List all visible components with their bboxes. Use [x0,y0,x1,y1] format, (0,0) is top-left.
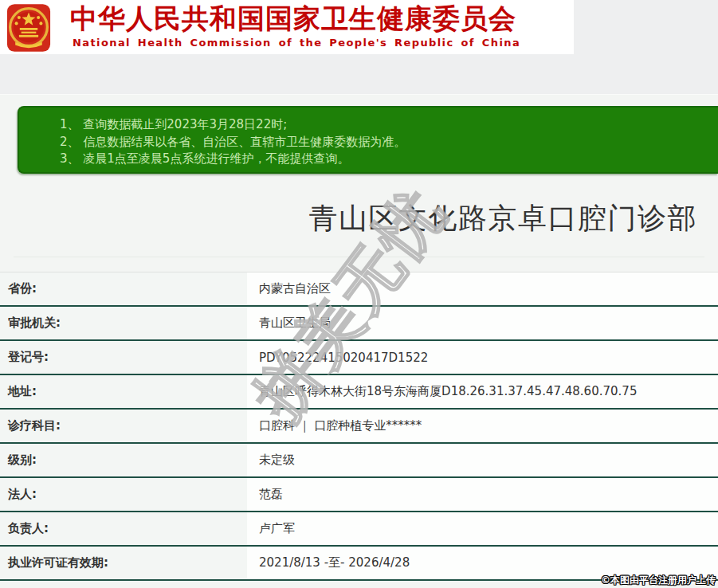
table-row: 审批机关:青山区卫生局 [0,307,718,341]
row-value: 青山区卫生局 [247,307,718,339]
table-row: 诊疗科目:口腔科 ｜ 口腔种植专业****** [0,410,718,444]
row-label: 执业许可证有效期: [0,547,247,579]
notice-line: 2、 信息数据结果以各省、自治区、直辖市卫生健康委数据为准。 [60,134,718,151]
attribution-note: ©本图由平台注册用户上传 [601,574,716,587]
row-value: 青山区呼得木林大街18号东海商厦D18.26.31.37.45.47.48.60… [247,375,718,408]
row-value: 未定级 [247,444,718,476]
row-label: 法人: [0,478,247,511]
row-value: PDY05222415020417D1522 [247,341,718,374]
row-label: 地址: [0,375,247,408]
org-title-zh: 中华人民共和国国家卫生健康委员会 [70,1,516,37]
china-national-emblem-icon [6,3,51,53]
row-value: 内蒙古自治区 [247,272,718,305]
notice-line: 1、 查询数据截止到2023年3月28日22时; [60,116,718,134]
notice-box: 1、 查询数据截止到2023年3月28日22时;2、 信息数据结果以各省、自治区… [18,106,718,174]
row-value: 范磊 [247,478,718,511]
site-header: 中华人民共和国国家卫生健康委员会 National Health Commiss… [0,0,574,54]
table-row: 法人:范磊 [0,478,718,512]
row-label: 负责人: [0,512,247,545]
table-row: 地址:青山区呼得木林大街18号东海商厦D18.26.31.37.45.47.48… [0,375,718,410]
row-value: 口腔科 ｜ 口腔种植专业****** [247,410,718,442]
row-label: 登记号: [0,341,247,374]
table-row: 负责人:卢广军 [0,512,718,547]
nhc-query-result-page: 中华人民共和国国家卫生健康委员会 National Health Commiss… [0,0,718,588]
row-label: 省份: [0,272,247,305]
row-label: 级别: [0,444,247,476]
table-row: 登记号:PDY05222415020417D1522 [0,341,718,375]
row-label: 审批机关: [0,307,247,339]
org-title-en: National Health Commission of the People… [73,37,520,49]
table-row: 级别:未定级 [0,444,718,478]
row-value: 卢广军 [247,512,718,545]
clinic-name-title: 青山区文化路京卓口腔门诊部 [309,199,698,238]
table-row: 省份:内蒙古自治区 [0,272,718,307]
title-divider [14,257,704,257]
notice-line: 3、 凌晨1点至凌晨5点系统进行维护，不能提供查询。 [60,151,718,168]
row-label: 诊疗科目: [0,410,247,442]
details-table: 省份:内蒙古自治区审批机关:青山区卫生局登记号:PDY0522241502041… [0,272,718,581]
